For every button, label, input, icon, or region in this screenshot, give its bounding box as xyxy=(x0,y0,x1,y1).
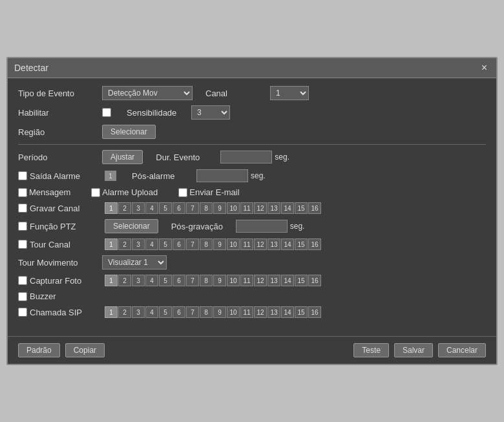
channel-box-1[interactable]: 1 xyxy=(105,202,118,214)
tour-channel-box-6[interactable]: 6 xyxy=(173,238,185,250)
row-periodo: Período Ajustar Dur. Evento 5 seg. xyxy=(18,150,486,164)
padrao-button[interactable]: Padrão xyxy=(18,343,60,357)
capturar-foto-checkbox[interactable] xyxy=(18,276,27,285)
pos-gravacao-input[interactable]: 10 xyxy=(236,220,288,233)
channel-box-14[interactable]: 14 xyxy=(281,202,294,214)
cap-channel-box-13[interactable]: 13 xyxy=(268,275,280,286)
sensibilidade-select[interactable]: 12345 xyxy=(191,105,230,120)
row-buzzer: Buzzer xyxy=(18,291,486,301)
sip-channel-box-5[interactable]: 5 xyxy=(159,306,172,318)
enviar-email-checkbox[interactable] xyxy=(178,188,187,197)
sip-channel-box-11[interactable]: 11 xyxy=(240,306,253,318)
alarm-number-box: 1 xyxy=(105,171,116,181)
close-button[interactable]: × xyxy=(479,62,490,74)
funcao-ptz-checkbox[interactable] xyxy=(18,222,27,231)
gravar-canal-checkbox[interactable] xyxy=(18,204,27,213)
tour-channel-box-15[interactable]: 15 xyxy=(295,238,308,250)
cap-channel-box-10[interactable]: 10 xyxy=(227,275,240,286)
dur-evento-input[interactable]: 5 xyxy=(220,151,272,164)
tour-channel-box-8[interactable]: 8 xyxy=(200,238,213,250)
channel-box-11[interactable]: 11 xyxy=(240,202,253,214)
channel-box-6[interactable]: 6 xyxy=(173,202,185,214)
channel-box-8[interactable]: 8 xyxy=(200,202,213,214)
habilitar-checkbox[interactable] xyxy=(102,108,111,117)
selecionar-button[interactable]: Selecionar xyxy=(102,125,156,139)
sip-channel-box-2[interactable]: 2 xyxy=(118,306,131,318)
cap-channel-box-8[interactable]: 8 xyxy=(200,275,213,286)
pos-alarme-input[interactable]: 10 xyxy=(196,169,248,182)
alarme-upload-checkbox[interactable] xyxy=(91,188,100,197)
cap-channel-box-9[interactable]: 9 xyxy=(213,275,226,286)
cap-channel-box-3[interactable]: 3 xyxy=(132,275,145,286)
sensibilidade-section: Sensibilidade 12345 xyxy=(127,105,230,120)
sip-channel-box-16[interactable]: 16 xyxy=(308,306,321,318)
tour-channel-box-16[interactable]: 16 xyxy=(308,238,321,250)
pos-gravacao-section: Pós-gravação 10 seg. xyxy=(171,220,305,233)
cap-channel-box-15[interactable]: 15 xyxy=(295,275,308,286)
tour-channel-box-2[interactable]: 2 xyxy=(118,238,131,250)
channel-box-3[interactable]: 3 xyxy=(132,202,145,214)
tour-channel-box-12[interactable]: 12 xyxy=(254,238,267,250)
sip-channel-box-10[interactable]: 10 xyxy=(227,306,240,318)
cap-channel-box-12[interactable]: 12 xyxy=(254,275,267,286)
channel-box-7[interactable]: 7 xyxy=(186,202,199,214)
ajustar-button[interactable]: Ajustar xyxy=(102,150,143,164)
cap-channel-box-6[interactable]: 6 xyxy=(173,275,185,286)
salvar-button[interactable]: Salvar xyxy=(394,343,433,357)
chamada-sip-checkbox[interactable] xyxy=(18,308,27,317)
visualizar-select[interactable]: Visualizar 1 Visualizar 4 Visualizar 9 V… xyxy=(102,255,167,269)
channel-box-16[interactable]: 16 xyxy=(308,202,321,214)
footer: Padrão Copiar Teste Salvar Cancelar xyxy=(8,336,496,364)
sip-channel-box-7[interactable]: 7 xyxy=(186,306,199,318)
cap-channel-box-4[interactable]: 4 xyxy=(145,275,158,286)
tour-channel-box-14[interactable]: 14 xyxy=(281,238,294,250)
sip-channel-box-15[interactable]: 15 xyxy=(295,306,308,318)
sip-channel-box-1[interactable]: 1 xyxy=(105,306,118,318)
channel-box-2[interactable]: 2 xyxy=(118,202,131,214)
mensagem-checkbox[interactable] xyxy=(18,188,27,197)
channel-box-15[interactable]: 15 xyxy=(295,202,308,214)
channel-box-5[interactable]: 5 xyxy=(159,202,172,214)
cap-channel-box-14[interactable]: 14 xyxy=(281,275,294,286)
tour-channel-box-11[interactable]: 11 xyxy=(240,238,253,250)
cap-channel-box-1[interactable]: 1 xyxy=(105,275,118,286)
channel-box-10[interactable]: 10 xyxy=(227,202,240,214)
row-tour-movimento: Tour Movimento Visualizar 1 Visualizar 4… xyxy=(18,255,486,269)
cap-channel-box-11[interactable]: 11 xyxy=(240,275,253,286)
sip-channel-box-6[interactable]: 6 xyxy=(173,306,185,318)
tour-channel-box-7[interactable]: 7 xyxy=(186,238,199,250)
sip-channel-box-8[interactable]: 8 xyxy=(200,306,213,318)
sip-channel-box-4[interactable]: 4 xyxy=(145,306,158,318)
saida-alarme-checkbox[interactable] xyxy=(18,171,27,180)
tour-channel-box-9[interactable]: 9 xyxy=(213,238,226,250)
cap-channel-box-2[interactable]: 2 xyxy=(118,275,131,286)
tour-channel-box-1[interactable]: 1 xyxy=(105,238,118,250)
cap-channel-box-5[interactable]: 5 xyxy=(159,275,172,286)
sip-channel-box-12[interactable]: 12 xyxy=(254,306,267,318)
tour-channel-box-10[interactable]: 10 xyxy=(227,238,240,250)
cap-channel-box-7[interactable]: 7 xyxy=(186,275,199,286)
tour-channel-box-4[interactable]: 4 xyxy=(145,238,158,250)
cap-channel-box-16[interactable]: 16 xyxy=(308,275,321,286)
sip-channel-box-14[interactable]: 14 xyxy=(281,306,294,318)
cancelar-button[interactable]: Cancelar xyxy=(438,343,486,357)
buzzer-checkbox[interactable] xyxy=(18,292,27,301)
sip-channel-box-3[interactable]: 3 xyxy=(132,306,145,318)
form-content: Tipo de Evento Detecção Mov Sensor Perda… xyxy=(8,78,496,331)
tour-channel-box-5[interactable]: 5 xyxy=(159,238,172,250)
copiar-button[interactable]: Copiar xyxy=(65,343,105,357)
tour-channel-box-13[interactable]: 13 xyxy=(268,238,280,250)
selecionar2-button[interactable]: Selecionar xyxy=(105,219,158,233)
channel-box-4[interactable]: 4 xyxy=(145,202,158,214)
tour-canal-checkbox[interactable] xyxy=(18,240,27,249)
channel-box-12[interactable]: 12 xyxy=(254,202,267,214)
alarme-upload-label: Alarme Upload xyxy=(102,187,158,197)
sip-channel-box-9[interactable]: 9 xyxy=(213,306,226,318)
tipo-evento-select[interactable]: Detecção Mov Sensor Perda de Vídeo xyxy=(102,86,193,100)
tour-channel-box-3[interactable]: 3 xyxy=(132,238,145,250)
channel-box-9[interactable]: 9 xyxy=(213,202,226,214)
channel-box-13[interactable]: 13 xyxy=(268,202,280,214)
canal-select[interactable]: 1234 xyxy=(270,86,309,100)
sip-channel-box-13[interactable]: 13 xyxy=(268,306,280,318)
teste-button[interactable]: Teste xyxy=(353,343,389,357)
